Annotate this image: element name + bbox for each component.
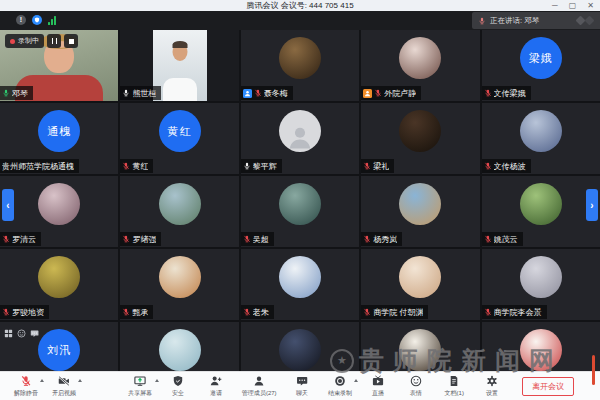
chat-icon[interactable] (30, 324, 39, 342)
minimize-button[interactable]: ─ (552, 0, 558, 11)
toolbar-camera-off[interactable]: 开启视频 (46, 375, 81, 398)
participant-name: 聂冬梅 (264, 88, 288, 99)
participant-tile[interactable]: 邓琴 录制中 (0, 30, 118, 101)
avatar (159, 256, 201, 298)
avatar (279, 329, 321, 371)
mic-muted-icon (2, 235, 10, 243)
mic-muted-icon (363, 235, 371, 243)
participant-name: 文传杨波 (494, 161, 526, 172)
toolbar-invite[interactable]: 邀请 (199, 375, 234, 398)
participant-tile[interactable]: 甄承 (120, 249, 238, 320)
shield-icon (172, 375, 184, 387)
participant-tile[interactable] (482, 322, 600, 371)
participant-tile[interactable]: 吴超 (241, 176, 359, 247)
next-page-button[interactable]: › (586, 189, 598, 221)
speaking-label: 正在讲话: 邓琴 (490, 16, 539, 26)
layout-icon[interactable] (4, 324, 13, 342)
mic-muted-icon (122, 235, 130, 243)
toolbar: 解除静音开启视频 共享屏幕安全邀请管理成员(27)聊天结束录制直播表情文档(1)… (0, 371, 600, 400)
toolbar-screen-share[interactable]: 共享屏幕 (123, 375, 158, 398)
invite-icon (210, 375, 222, 387)
caret-up-icon[interactable] (40, 379, 44, 382)
toolbar-doc[interactable]: 文档(1) (436, 375, 471, 398)
leave-meeting-button[interactable]: 离开会议 (522, 377, 574, 396)
toolbar-item-label: 结束录制 (328, 388, 352, 397)
doc-icon (448, 375, 460, 387)
avatar (520, 329, 562, 371)
participant-name: 邓琴 (12, 88, 28, 99)
name-tag: 吴超 (241, 232, 274, 246)
pause-recording-button[interactable] (47, 34, 61, 48)
toolbar-gear[interactable]: 设置 (474, 375, 509, 398)
mic-muted-icon (363, 162, 371, 170)
mic-muted-icon (374, 89, 382, 97)
participant-tile[interactable]: 外院卢静 (361, 30, 479, 101)
avatar (279, 183, 321, 225)
participant-tile[interactable] (361, 322, 479, 371)
avatar (520, 256, 562, 298)
toolbar-item-label: 直播 (372, 388, 384, 397)
mic-muted-icon (122, 308, 130, 316)
participant-tile[interactable]: 老朱 (241, 249, 359, 320)
participant-tile[interactable]: 黎平辉 (241, 103, 359, 174)
security-shield-icon[interactable] (32, 15, 42, 25)
toolbar-emoji[interactable]: 表情 (398, 375, 433, 398)
participant-tile[interactable]: 梁娥 文传梁娥 (482, 30, 600, 101)
caret-up-icon[interactable] (354, 379, 358, 382)
info-icon[interactable]: ! (16, 15, 26, 25)
participant-tile[interactable]: 梁礼 (361, 103, 479, 174)
participant-name: 罗清云 (12, 234, 36, 245)
emoji-icon[interactable] (17, 324, 26, 342)
avatar (399, 37, 441, 79)
avatar (279, 110, 321, 152)
toolbar-item-label: 表情 (410, 388, 422, 397)
participant-name: 梁礼 (373, 161, 389, 172)
participant-tile[interactable] (241, 322, 359, 371)
participant-tile[interactable]: 聂冬梅 (241, 30, 359, 101)
participant-tile[interactable]: 商学院 付朝渊 (361, 249, 479, 320)
camera-off-icon (58, 375, 70, 387)
avatar (399, 256, 441, 298)
maximize-button[interactable]: ▢ (569, 0, 577, 11)
toolbar-record-stop[interactable]: 结束录制 (322, 375, 357, 398)
mic-icon (122, 89, 130, 97)
name-tag: 文传梁娥 (482, 86, 531, 100)
participant-name: 商学院 付朝渊 (373, 307, 423, 318)
toolbar-item-label: 聊天 (296, 388, 308, 397)
participant-tile[interactable] (120, 322, 238, 371)
participant-tile[interactable]: 文传杨波 (482, 103, 600, 174)
network-signal-icon[interactable] (48, 16, 56, 25)
participant-tile[interactable]: 罗骏地资 (0, 249, 118, 320)
participant-tile[interactable]: 杨秀岚 (361, 176, 479, 247)
participant-tile[interactable]: 姚茂云 (482, 176, 600, 247)
caret-up-icon[interactable] (155, 379, 159, 382)
stop-recording-button[interactable] (64, 34, 78, 48)
participant-name: 吴超 (253, 234, 269, 245)
close-button[interactable]: ✕ (587, 0, 594, 11)
participant-tile[interactable]: 商学院李会景 (482, 249, 600, 320)
name-tag: 熊世桓 (120, 86, 161, 100)
toolbar-members[interactable]: 管理成员(27) (237, 375, 281, 398)
participant-tile[interactable]: 刘汛 (0, 322, 118, 371)
toolbar-chat[interactable]: 聊天 (284, 375, 319, 398)
participant-tile[interactable]: 熊世桓 (120, 30, 238, 101)
participant-tile[interactable]: 黄红 黄红 (120, 103, 238, 174)
name-tag: 黄红 (120, 159, 153, 173)
previous-page-button[interactable]: ‹ (2, 189, 14, 221)
window-controls: ─ ▢ ✕ (552, 0, 594, 11)
toolbar-shield[interactable]: 安全 (161, 375, 196, 398)
recording-label: 录制中 (18, 36, 39, 46)
name-tag: 商学院李会景 (482, 305, 547, 319)
participant-name: 文传梁娥 (494, 88, 526, 99)
avatar (399, 183, 441, 225)
participant-name: 罗骏地资 (12, 307, 44, 318)
participant-tile[interactable]: 通槐 贵州师范学院杨通槐 (0, 103, 118, 174)
participant-tile[interactable]: 罗绪强 (120, 176, 238, 247)
red-marker (592, 355, 595, 385)
name-tag: 老朱 (241, 305, 274, 319)
participant-tile[interactable]: 罗清云 (0, 176, 118, 247)
mic-muted-icon (363, 308, 371, 316)
caret-up-icon[interactable] (78, 379, 82, 382)
toolbar-mic-muted[interactable]: 解除静音 (8, 375, 43, 398)
toolbar-live[interactable]: 直播 (360, 375, 395, 398)
